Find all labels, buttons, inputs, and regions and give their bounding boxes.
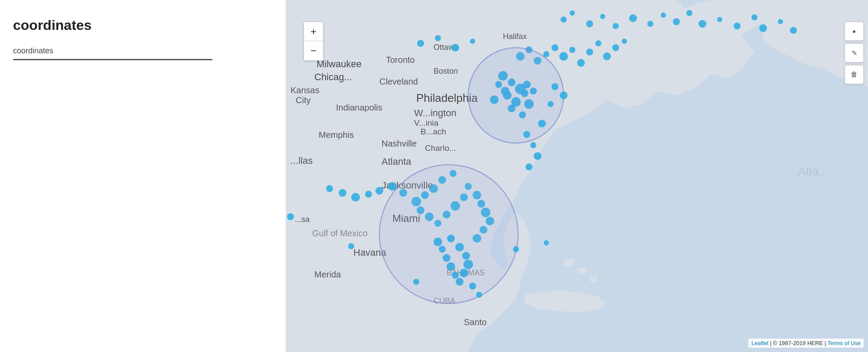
svg-text:Gulf of Mexico: Gulf of Mexico: [312, 228, 368, 238]
svg-point-63: [622, 39, 627, 44]
svg-point-109: [375, 187, 383, 195]
svg-text:B...ach: B...ach: [421, 127, 446, 136]
svg-text:Kansas: Kansas: [290, 85, 320, 95]
svg-point-108: [365, 191, 372, 198]
svg-point-78: [468, 48, 564, 143]
svg-point-47: [417, 40, 424, 47]
svg-point-62: [612, 44, 619, 51]
svg-point-130: [413, 279, 419, 285]
svg-point-126: [476, 292, 482, 298]
svg-point-57: [569, 47, 575, 53]
svg-point-56: [559, 52, 568, 61]
svg-text:Memphis: Memphis: [319, 130, 354, 140]
svg-text:Halifax: Halifax: [503, 32, 527, 41]
svg-point-37: [661, 13, 666, 18]
svg-point-61: [603, 52, 611, 60]
left-panel: coordinates coordinates: [0, 0, 286, 352]
svg-point-105: [326, 185, 333, 192]
zoom-out-button[interactable]: −: [304, 41, 323, 60]
svg-point-127: [513, 246, 519, 252]
svg-point-106: [339, 189, 346, 197]
svg-point-36: [647, 21, 653, 27]
svg-text:Charlo...: Charlo...: [425, 143, 456, 153]
svg-point-81: [548, 101, 554, 107]
svg-point-82: [538, 120, 546, 127]
svg-point-38: [673, 18, 680, 25]
svg-point-41: [717, 17, 722, 22]
svg-point-84: [530, 142, 536, 148]
svg-point-45: [778, 19, 783, 24]
svg-text:Boston: Boston: [434, 67, 458, 75]
edit-icon: ✎: [852, 49, 857, 57]
terms-link[interactable]: Terms of Use: [827, 340, 861, 346]
svg-point-125: [469, 283, 476, 290]
svg-point-42: [734, 23, 741, 29]
leaflet-link[interactable]: Leaflet: [751, 340, 768, 346]
svg-text:Nashville: Nashville: [382, 139, 417, 148]
svg-text:Santo: Santo: [464, 317, 486, 327]
svg-point-112: [287, 213, 294, 220]
svg-point-49: [451, 44, 459, 52]
svg-point-39: [686, 10, 692, 16]
svg-point-44: [759, 24, 767, 32]
svg-point-50: [470, 39, 475, 44]
svg-point-107: [351, 193, 360, 202]
svg-point-129: [348, 243, 354, 249]
svg-point-46: [790, 27, 797, 34]
attribution-text: | © 1987-2019 HERE |: [770, 340, 826, 346]
svg-point-55: [551, 44, 558, 51]
svg-text:V...inia: V...inia: [414, 118, 439, 127]
svg-text:City: City: [296, 95, 310, 105]
svg-point-59: [586, 49, 593, 55]
edit-button[interactable]: ✎: [845, 43, 864, 62]
zoom-controls: + −: [303, 22, 323, 61]
svg-point-85: [534, 152, 542, 160]
attribution-bar: Leaflet | © 1987-2019 HERE | Terms of Us…: [748, 339, 864, 348]
svg-point-79: [551, 83, 558, 90]
svg-point-30: [561, 16, 567, 23]
marker-button[interactable]: ●: [845, 22, 864, 41]
svg-text:Cleveland: Cleveland: [379, 77, 418, 86]
svg-text:Toronto: Toronto: [386, 55, 415, 65]
svg-point-35: [629, 14, 637, 22]
svg-text:...llas: ...llas: [290, 155, 313, 166]
svg-text:Atlanta: Atlanta: [382, 156, 411, 167]
svg-text:Merida: Merida: [314, 270, 341, 279]
zoom-in-button[interactable]: +: [304, 22, 323, 41]
svg-point-40: [698, 20, 706, 28]
svg-point-43: [751, 14, 757, 20]
svg-point-128: [544, 240, 549, 245]
svg-point-80: [560, 91, 568, 99]
svg-point-124: [379, 165, 518, 303]
svg-point-60: [595, 40, 601, 46]
map-container[interactable]: Ottawa Halifax Toronto Boston Milwaukee …: [286, 0, 868, 352]
svg-point-32: [586, 20, 593, 27]
svg-text:Indianapolis: Indianapolis: [336, 103, 382, 112]
trash-icon: 🗑: [851, 71, 858, 78]
svg-text:Atla...: Atla...: [798, 165, 829, 178]
svg-point-34: [613, 23, 619, 29]
svg-point-83: [523, 131, 530, 138]
svg-text:W...ington: W...ington: [414, 108, 457, 118]
page-title: coordinates: [13, 17, 273, 33]
svg-point-48: [435, 35, 441, 41]
svg-point-86: [525, 163, 532, 170]
field-label: coordinates: [13, 46, 273, 55]
svg-point-33: [600, 14, 605, 19]
svg-text:Chicag...: Chicag...: [314, 72, 352, 82]
svg-point-58: [577, 59, 585, 67]
svg-text:Milwaukee: Milwaukee: [317, 59, 362, 69]
svg-text:...sa: ...sa: [295, 215, 310, 224]
delete-button[interactable]: 🗑: [845, 65, 864, 84]
right-controls: ● ✎ 🗑: [845, 22, 864, 84]
dot-icon: ●: [852, 28, 856, 35]
svg-point-31: [570, 10, 575, 16]
field-underline: [13, 59, 212, 60]
